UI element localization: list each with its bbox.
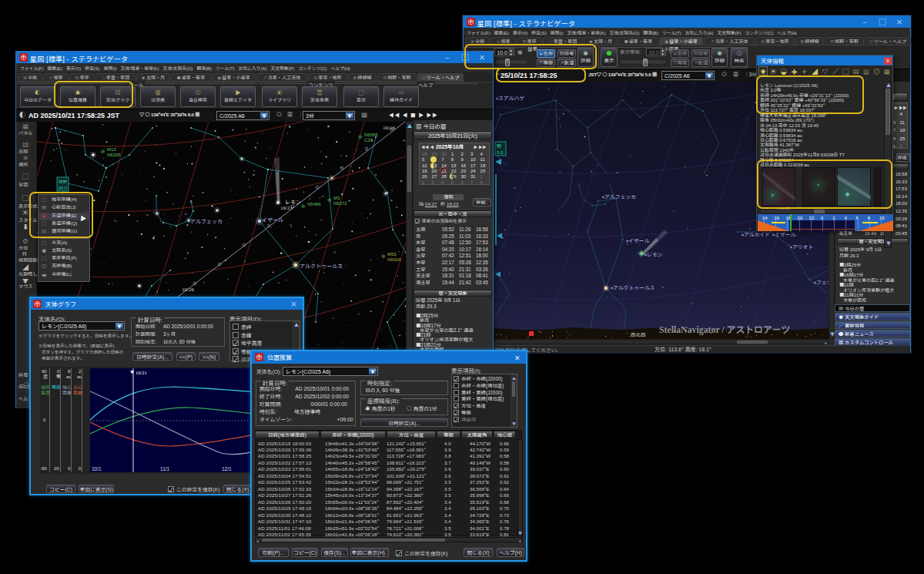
svg-text:⊕: ⊕ xyxy=(358,133,363,140)
svg-text:StellaNavigator / アストロアーツ: StellaNavigator / アストロアーツ xyxy=(659,322,790,335)
svg-text:✶: ✶ xyxy=(813,279,817,286)
svg-text:N6205: N6205 xyxy=(107,151,121,158)
svg-text:✶: ✶ xyxy=(610,284,614,291)
svg-text:10/21: 10/21 xyxy=(280,203,293,211)
svg-text:アルクトゥールス: アルクトゥールス xyxy=(613,284,655,291)
svg-text:⊕: ⊕ xyxy=(101,148,105,155)
svg-text:⊕: ⊕ xyxy=(327,196,332,203)
svg-text:アルカイド: アルカイド xyxy=(744,230,770,238)
svg-text:✶: ✶ xyxy=(741,231,745,238)
svg-text:✶: ✶ xyxy=(495,95,499,102)
svg-text:西北西: 西北西 xyxy=(631,331,646,338)
svg-text:イザール: イザール xyxy=(628,237,649,244)
svg-text:N5024: N5024 xyxy=(387,256,401,263)
svg-text:⊕: ⊕ xyxy=(381,253,386,260)
svg-text:スアルハゲ: スアルハゲ xyxy=(498,94,524,102)
svg-text:アルフェッカ: アルフェッカ xyxy=(190,217,223,225)
svg-text:アルフェッカ: アルフェッカ xyxy=(604,193,636,200)
svg-text:✶: ✶ xyxy=(625,237,629,244)
svg-text:アリオト: アリオト xyxy=(792,243,813,250)
svg-text:視野: 視野 xyxy=(59,179,68,185)
svg-text:⊕: ⊕ xyxy=(301,203,306,210)
svg-text:レモン: レモン xyxy=(647,250,663,258)
svg-text:アルクトゥールス: アルクトゥールス xyxy=(300,262,343,270)
svg-text:✶: ✶ xyxy=(601,193,605,200)
svg-text:5.0: 5.0 xyxy=(497,149,504,156)
svg-text:10/21: 10/21 xyxy=(136,368,147,376)
svg-text:✶: ✶ xyxy=(772,231,775,238)
svg-text:C29: C29 xyxy=(364,136,373,143)
svg-text:イザール: イザール xyxy=(262,216,283,223)
svg-text:▼: ▼ xyxy=(130,369,134,374)
svg-text:✶: ✶ xyxy=(789,243,793,250)
svg-text:✶: ✶ xyxy=(644,251,648,258)
svg-text:N5466: N5466 xyxy=(307,200,321,207)
svg-text:フェクダ: フェクダ xyxy=(816,278,829,286)
svg-text:N5272: N5272 xyxy=(333,200,347,206)
svg-text:60.0: 60.0 xyxy=(59,185,67,191)
svg-text:ミザール: ミザール xyxy=(775,230,795,238)
svg-text:10/26: 10/26 xyxy=(182,285,194,293)
svg-text:10/16: 10/16 xyxy=(383,123,395,131)
